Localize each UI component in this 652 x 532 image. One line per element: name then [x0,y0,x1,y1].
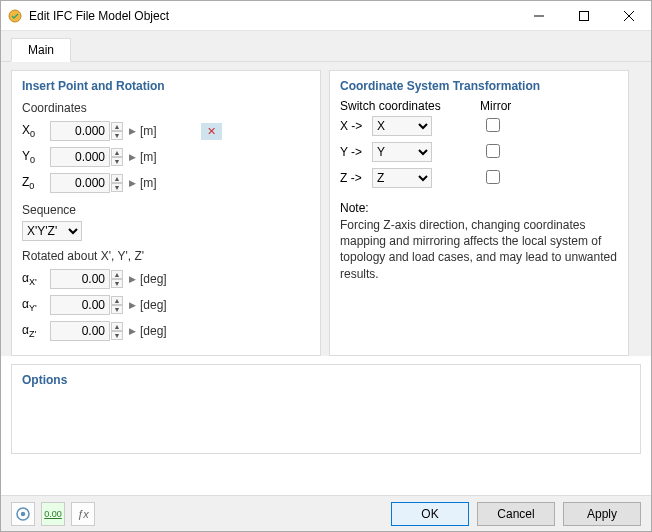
y-spinner[interactable]: ▲▼ [50,147,123,167]
alpha-x-input[interactable] [50,269,110,289]
z-spinner[interactable]: ▲▼ [50,173,123,193]
alpha-y-pick-button[interactable]: ▶ [129,300,136,310]
z-pick-button[interactable]: ▶ [129,178,136,188]
alpha-x-spinner[interactable]: ▲▼ [50,269,123,289]
x-pick-button[interactable]: ▶ [129,126,136,136]
alpha-y-input[interactable] [50,295,110,315]
panel-insert-point: Insert Point and Rotation Coordinates X0… [11,70,321,356]
help-icon [16,507,30,521]
rotated-about-label: Rotated about X', Y', Z' [22,249,310,263]
axis-y-from: Y -> [340,145,372,159]
alpha-z-spinner[interactable]: ▲▼ [50,321,123,341]
help-button[interactable] [11,502,35,526]
z-label: Z0 [22,175,50,191]
y-input[interactable] [50,147,110,167]
z-input[interactable] [50,173,110,193]
dialog-footer: 0.00 ƒx OK Cancel Apply [1,495,651,531]
x-spin-arrows[interactable]: ▲▼ [111,122,123,140]
switch-coords-label: Switch coordinates [340,99,480,113]
note-body: Forcing Z-axis direction, changing coord… [340,217,618,282]
ok-button[interactable]: OK [391,502,469,526]
panel-options: Options [11,364,641,454]
z-spin-arrows[interactable]: ▲▼ [111,174,123,192]
close-button[interactable] [606,1,651,30]
insert-point-title: Insert Point and Rotation [22,79,310,93]
alpha-x-pick-button[interactable]: ▶ [129,274,136,284]
mirror-label: Mirror [480,99,511,113]
alpha-y-spinner[interactable]: ▲▼ [50,295,123,315]
tab-strip: Main [1,31,651,62]
alpha-z-unit: [deg] [140,324,167,338]
coord-row-x: X0 ▲▼ ▶ [m] ✕ [22,119,310,143]
axis-z-from: Z -> [340,171,372,185]
axis-z-select[interactable]: Z [372,168,432,188]
sequence-select[interactable]: X'Y'Z' [22,221,82,241]
x-label: X0 [22,123,50,139]
pick-cursor-indicator[interactable]: ✕ [201,123,222,140]
y-label: Y0 [22,149,50,165]
mirror-z-checkbox[interactable] [486,170,500,184]
axis-x-select[interactable]: X [372,116,432,136]
axis-row-x: X -> X [340,113,618,139]
coordinates-label: Coordinates [22,101,310,115]
cancel-button[interactable]: Cancel [477,502,555,526]
alpha-x-label: αX' [22,271,50,287]
note-heading: Note: [340,201,618,215]
axis-x-from: X -> [340,119,372,133]
coord-transform-title: Coordinate System Transformation [340,79,618,93]
fx-button[interactable]: ƒx [71,502,95,526]
y-spin-arrows[interactable]: ▲▼ [111,148,123,166]
app-icon [7,8,23,24]
units-button[interactable]: 0.00 [41,502,65,526]
titlebar: Edit IFC File Model Object [1,1,651,31]
alpha-z-input[interactable] [50,321,110,341]
x-spinner[interactable]: ▲▼ [50,121,123,141]
z-unit: [m] [140,176,157,190]
axis-y-select[interactable]: Y [372,142,432,162]
coord-row-y: Y0 ▲▼ ▶ [m] [22,145,310,169]
panel-coord-transform: Coordinate System Transformation Switch … [329,70,629,356]
rot-row-y: αY' ▲▼ ▶ [deg] [22,293,310,317]
alpha-y-unit: [deg] [140,298,167,312]
alpha-z-label: αZ' [22,323,50,339]
mirror-x-checkbox[interactable] [486,118,500,132]
options-title: Options [22,373,630,387]
sequence-label: Sequence [22,203,310,217]
coord-row-z: Z0 ▲▼ ▶ [m] [22,171,310,195]
rot-row-z: αZ' ▲▼ ▶ [deg] [22,319,310,343]
rot-row-x: αX' ▲▼ ▶ [deg] [22,267,310,291]
axis-row-z: Z -> Z [340,165,618,191]
svg-point-3 [21,511,25,515]
tab-main[interactable]: Main [11,38,71,62]
y-unit: [m] [140,150,157,164]
mirror-y-checkbox[interactable] [486,144,500,158]
alpha-z-pick-button[interactable]: ▶ [129,326,136,336]
maximize-button[interactable] [561,1,606,30]
x-input[interactable] [50,121,110,141]
alpha-x-unit: [deg] [140,272,167,286]
y-pick-button[interactable]: ▶ [129,152,136,162]
minimize-button[interactable] [516,1,561,30]
window-title: Edit IFC File Model Object [29,9,516,23]
axis-row-y: Y -> Y [340,139,618,165]
x-unit: [m] [140,124,157,138]
main-content: Insert Point and Rotation Coordinates X0… [1,62,651,356]
alpha-y-label: αY' [22,297,50,313]
svg-rect-1 [579,11,588,20]
apply-button[interactable]: Apply [563,502,641,526]
